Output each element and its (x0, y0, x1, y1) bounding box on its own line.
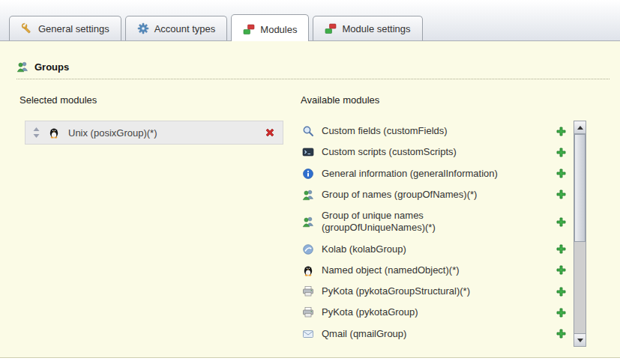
available-module-label: Custom scripts (customScripts) (322, 146, 457, 158)
drag-handle-icon[interactable] (33, 127, 40, 138)
kolab-icon (302, 243, 314, 255)
printer-icon (302, 306, 314, 318)
scrollbar-track[interactable] (574, 134, 586, 333)
available-modules-column: Available modules Custom fields (customF… (301, 94, 586, 347)
tab-module-settings[interactable]: Module settings (313, 16, 422, 40)
selected-module-label: Unix (posixGroup)(*) (68, 127, 256, 139)
tab-general-settings[interactable]: General settings (9, 16, 121, 40)
available-module-row: PyKota (pykotaGroupStructural)(*) (301, 281, 574, 302)
available-module-row: PyKota (pykotaGroup) (301, 302, 574, 323)
available-module-label: Named object (namedObject)(*) (322, 264, 460, 276)
printer-icon (302, 285, 314, 297)
add-module-button[interactable] (556, 308, 566, 318)
available-module-row: Qmail (qmailGroup) (301, 324, 574, 345)
section-header: Groups (16, 41, 610, 79)
available-modules-heading: Available modules (301, 94, 586, 106)
info-icon (302, 168, 314, 180)
add-module-button[interactable] (556, 329, 566, 339)
tux-icon (302, 264, 314, 276)
modules-panel: Groups Selected modules (0, 41, 620, 358)
modules-icon (243, 23, 255, 35)
available-module-label: Group of unique names (groupOfUniqueName… (322, 210, 509, 234)
tab-account-types[interactable]: Account types (125, 16, 228, 40)
available-module-label: Qmail (qmailGroup) (322, 328, 406, 340)
available-module-label: Group of names (groupOfNames)(*) (322, 189, 477, 201)
groups-icon (16, 61, 28, 73)
scrollbar-thumb[interactable] (574, 134, 586, 242)
tab-bar: General settings Account types (0, 0, 620, 41)
scroll-down-button[interactable] (574, 333, 586, 346)
available-modules-list-wrap: Custom fields (customFields) (301, 121, 586, 347)
available-module-label: PyKota (pykotaGroupStructural)(*) (322, 285, 470, 297)
add-module-button[interactable] (556, 265, 566, 275)
section-title: Groups (34, 61, 69, 73)
available-modules-list: Custom fields (customFields) (301, 121, 574, 345)
available-module-row: Named object (namedObject)(*) (301, 260, 574, 281)
selected-module-row[interactable]: Unix (posixGroup)(*) (25, 121, 283, 145)
group-icon (302, 189, 314, 201)
available-module-row: Group of unique names (groupOfUniqueName… (301, 205, 574, 239)
wrench-icon (21, 22, 33, 34)
scrollbar[interactable] (574, 121, 586, 347)
tab-label: Module settings (342, 23, 410, 34)
module-settings-icon (325, 22, 337, 34)
available-module-row: Custom fields (customFields) (301, 121, 574, 142)
available-module-label: General information (generalInformation) (322, 168, 498, 180)
available-module-label: PyKota (pykotaGroup) (322, 306, 418, 318)
group-icon (302, 216, 314, 228)
available-module-row: Group of names (groupOfNames)(*) (301, 184, 574, 205)
available-module-row: General information (generalInformation) (301, 163, 574, 184)
mail-icon (302, 328, 314, 340)
add-module-button[interactable] (556, 148, 566, 157)
tab-label: General settings (38, 23, 109, 34)
tab-modules[interactable]: Modules (231, 14, 309, 41)
add-module-button[interactable] (556, 169, 566, 178)
selected-modules-column: Selected modules (19, 94, 301, 347)
gear-icon (137, 22, 149, 34)
arrow-down-icon (577, 339, 583, 342)
arrow-up-icon (577, 126, 583, 130)
tux-icon (48, 127, 60, 139)
add-module-button[interactable] (556, 127, 566, 136)
available-module-row: Custom scripts (customScripts) (301, 142, 574, 163)
script-icon (302, 146, 314, 158)
modules-columns: Selected modules (0, 94, 620, 347)
tab-label: Modules (260, 24, 297, 35)
available-module-label: Kolab (kolabGroup) (322, 243, 406, 255)
available-module-label: Custom fields (customFields) (322, 125, 448, 137)
add-module-button[interactable] (556, 217, 566, 227)
scroll-up-button[interactable] (574, 121, 586, 134)
remove-module-button[interactable] (265, 127, 275, 138)
available-module-row: Kolab (kolabGroup) (301, 239, 574, 260)
lam-configuration-window: General settings Account types (0, 0, 620, 364)
selected-modules-heading: Selected modules (19, 94, 301, 106)
add-module-button[interactable] (556, 287, 566, 297)
add-module-button[interactable] (556, 244, 566, 254)
tab-label: Account types (154, 23, 216, 34)
magnifier-icon (302, 125, 314, 137)
add-module-button[interactable] (556, 189, 566, 199)
